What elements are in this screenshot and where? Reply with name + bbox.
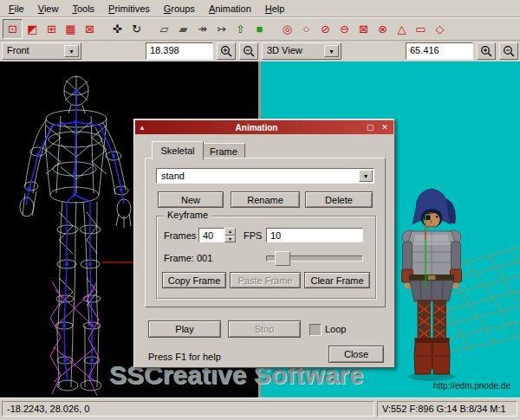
- spin-down-icon[interactable]: [224, 236, 236, 243]
- menu-primitives[interactable]: Primitives: [101, 2, 157, 16]
- application-window: FileViewToolsPrimitivesGroupsAnimationHe…: [0, 0, 520, 420]
- create-quad-strip-tool[interactable]: ▰: [174, 20, 192, 38]
- keyframe-groupbox: Keyframe Frames 40 FPS 10 Frame: 001 Cop…: [156, 216, 376, 299]
- dialog-menu-icon[interactable]: ▲: [135, 124, 149, 132]
- sphere-primitive-tool[interactable]: ○: [297, 20, 315, 38]
- select-vertices-tool[interactable]: ⊡: [3, 19, 23, 39]
- right-zoom-out-button[interactable]: [499, 42, 518, 60]
- sphere-primitive-tool-icon: ○: [303, 23, 310, 35]
- chevron-down-icon[interactable]: [64, 45, 79, 57]
- move-tool-icon: ✜: [113, 23, 122, 35]
- help-hint-text: Press F1 for help: [148, 352, 221, 362]
- delete-button[interactable]: Delete: [305, 191, 373, 208]
- fps-input[interactable]: 10: [266, 228, 363, 242]
- spin-up-icon[interactable]: [224, 228, 236, 236]
- select-faces-tool[interactable]: ◩: [23, 20, 42, 38]
- attach-vertices-tool-icon: ↣: [217, 23, 226, 35]
- cube-primitive-tool-icon: ⊠: [359, 23, 368, 35]
- frames-label: Frames: [164, 230, 196, 241]
- extrude-tool-icon: ⇧: [236, 23, 245, 35]
- close-icon[interactable]: ✕: [379, 122, 391, 132]
- geosphere-primitive-tool[interactable]: ⊘: [316, 20, 335, 38]
- loop-label: Loop: [325, 324, 346, 334]
- cylinder-primitive-tool[interactable]: ⊖: [335, 20, 354, 38]
- menu-file[interactable]: File: [2, 2, 31, 16]
- menu-help[interactable]: Help: [258, 2, 292, 16]
- tab-skeletal-label: Skeletal: [160, 145, 194, 156]
- left-view-value: Front: [3, 43, 62, 59]
- clear-frame-button[interactable]: Clear Frame: [304, 272, 370, 288]
- menu-view[interactable]: View: [31, 2, 66, 16]
- left-zoom-in-button[interactable]: [217, 42, 236, 60]
- torus-primitive-tool[interactable]: ◎: [278, 20, 296, 38]
- loop-checkbox[interactable]: [309, 324, 322, 336]
- menu-animation[interactable]: Animation: [202, 2, 258, 16]
- zoom-out-icon: [503, 45, 515, 57]
- chevron-down-icon[interactable]: [359, 170, 373, 182]
- keyframe-group-title: Keyframe: [164, 210, 211, 220]
- zoom-out-icon: [243, 45, 255, 57]
- paste-frame-button[interactable]: Paste Frame: [230, 272, 301, 288]
- viewport-controls: Front 18.398 3D View 65.416: [0, 41, 520, 62]
- move-tool[interactable]: ✜: [108, 20, 127, 38]
- new-button[interactable]: New: [158, 191, 224, 208]
- rename-button[interactable]: Rename: [231, 191, 300, 208]
- tab-skeletal[interactable]: Skeletal: [152, 141, 204, 160]
- character-model: [402, 189, 462, 381]
- right-view-value: 3D View: [263, 43, 322, 59]
- skeletal-tab-panel: stand New Rename Delete Keyframe Frames …: [145, 158, 386, 307]
- select-bone-joints-tool[interactable]: ⊠: [81, 20, 99, 38]
- dialog-titlebar[interactable]: ▲ Animation ▢ ✕: [135, 120, 393, 134]
- extrude-tool[interactable]: ⇧: [231, 20, 250, 38]
- slider-handle[interactable]: [275, 251, 290, 266]
- select-bone-joints-tool-icon: ⊠: [85, 23, 94, 35]
- frames-input[interactable]: 40: [198, 228, 224, 242]
- cursor-coordinates: -18.2243, 28.026, 0: [2, 401, 374, 417]
- select-connected-tool[interactable]: ⊞: [42, 20, 61, 38]
- website-url: http://edm.pnode.de: [433, 381, 510, 391]
- current-frame-label: Frame: 001: [164, 253, 212, 263]
- cylinder-primitive-tool-icon: ⊖: [340, 23, 349, 35]
- ellipsoid-primitive-tool[interactable]: ⊗: [374, 20, 392, 38]
- background-image-tool[interactable]: ■: [250, 20, 269, 38]
- menu-tools[interactable]: Tools: [65, 2, 101, 16]
- animation-name: stand: [157, 169, 358, 183]
- joint-primitive-tool[interactable]: ◇: [431, 20, 449, 38]
- rotate-tool-icon: ↻: [132, 23, 141, 35]
- right-zoom-input[interactable]: 65.416: [406, 42, 473, 60]
- frame-slider[interactable]: [266, 251, 363, 264]
- play-button[interactable]: Play: [148, 320, 221, 338]
- left-zoom-out-button[interactable]: [239, 42, 258, 60]
- create-quad-strip-tool-icon: ▰: [179, 23, 188, 35]
- chevron-down-icon[interactable]: [324, 45, 339, 57]
- frames-spinner: [224, 228, 236, 242]
- select-vertices-tool-icon: ⊡: [8, 23, 17, 35]
- animation-select[interactable]: stand: [156, 168, 374, 184]
- joint-primitive-tool-icon: ◇: [436, 23, 445, 35]
- cube-primitive-tool[interactable]: ⊠: [354, 20, 373, 38]
- model-statistics: V:552 F:896 G:14 B:8/34 M:1: [377, 401, 517, 417]
- right-view-select[interactable]: 3D View: [262, 42, 341, 60]
- skeleton-bones: [26, 91, 124, 382]
- select-groups-tool[interactable]: ▦: [62, 20, 80, 38]
- maximize-icon[interactable]: ▢: [364, 122, 376, 132]
- left-zoom-input[interactable]: 18.398: [146, 42, 213, 60]
- background-image-tool-icon: ■: [257, 23, 263, 35]
- close-button[interactable]: Close: [328, 346, 384, 363]
- create-polygon-tool[interactable]: ▱: [155, 20, 173, 38]
- animation-dialog: ▲ Animation ▢ ✕ Skeletal Frame stand New…: [133, 119, 395, 368]
- menu-groups[interactable]: Groups: [157, 2, 202, 16]
- copy-frame-button[interactable]: Copy Frame: [162, 272, 226, 288]
- right-zoom-in-button[interactable]: [477, 42, 496, 60]
- stop-button[interactable]: Stop: [228, 320, 301, 338]
- rotate-tool[interactable]: ↻: [127, 20, 146, 38]
- cone-primitive-tool[interactable]: △: [393, 20, 411, 38]
- create-polygon-tool-icon: ▱: [160, 23, 169, 35]
- left-view-select[interactable]: Front: [2, 42, 81, 60]
- toolbar: ⊡◩⊞▦⊠✜↻▱▰↠↣⇧■◎○⊘⊖⊠⊗△▭◇: [0, 17, 520, 41]
- geosphere-primitive-tool-icon: ⊘: [321, 23, 330, 35]
- attach-vertices-tool[interactable]: ↣: [212, 20, 231, 38]
- weld-vertices-tool[interactable]: ↠: [193, 20, 211, 38]
- cone-primitive-tool-icon: △: [398, 23, 406, 35]
- plane-primitive-tool[interactable]: ▭: [412, 20, 430, 38]
